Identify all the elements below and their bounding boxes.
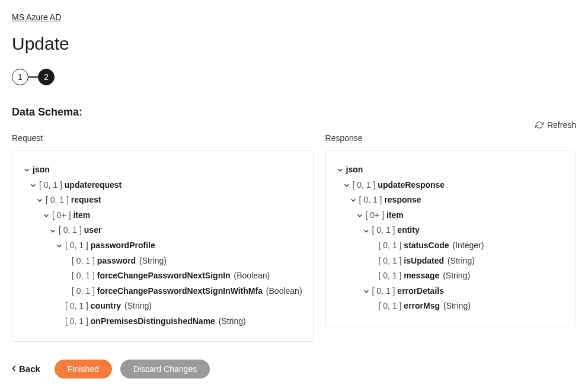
finished-button[interactable]: Finished <box>55 360 112 379</box>
refresh-label: Refresh <box>547 120 576 130</box>
step-connector <box>28 76 38 78</box>
step-1[interactable]: 1 <box>12 69 28 85</box>
node-type: (Integer) <box>452 241 484 250</box>
node-name: onPremisesDistinguishedName <box>91 316 215 326</box>
cardinality-label: [ 0, 1 ] <box>372 225 398 235</box>
back-button[interactable]: Back <box>12 364 40 374</box>
tree-node[interactable]: [ 0, 1 ] country (String) <box>23 299 302 314</box>
cardinality-label: [ 0, 1 ] <box>65 241 91 250</box>
chevron-down-icon[interactable] <box>356 212 363 219</box>
node-type: (String) <box>139 256 167 265</box>
node-name: user <box>84 225 102 235</box>
section-title: Data Schema: <box>12 106 576 118</box>
step-2[interactable]: 2 <box>38 69 55 85</box>
node-type: (String) <box>448 256 475 265</box>
tree-node[interactable]: [ 0, 1 ] entity <box>337 223 565 238</box>
node-name: updaterequest <box>65 180 122 190</box>
node-name: country <box>91 301 121 310</box>
cardinality-label: [ 0+ ] <box>52 210 73 220</box>
tree-node[interactable]: [ 0, 1 ] passwordProfile <box>23 238 302 254</box>
tree-node[interactable]: [ 0, 1 ] forceChangePasswordNextSignIn (… <box>23 268 302 284</box>
tree-node[interactable]: [ 0, 1 ] statusCode (Integer) <box>337 238 565 254</box>
cardinality-label: [ 0, 1 ] <box>379 301 404 310</box>
request-column: Request json[ 0, 1 ] updaterequest[ 0, 1… <box>12 133 314 342</box>
node-name: json <box>33 165 50 174</box>
node-name: forceChangePasswordNextSignIn <box>97 271 231 280</box>
stepper: 1 2 <box>12 69 576 85</box>
node-type: (String) <box>443 271 470 280</box>
node-name: forceChangePasswordNextSignInWithMfa <box>97 286 263 296</box>
chevron-down-icon[interactable] <box>30 182 37 189</box>
node-type: (String) <box>124 301 152 310</box>
chevron-down-icon[interactable] <box>23 166 30 174</box>
chevron-down-icon[interactable] <box>49 227 56 235</box>
response-column: Response json[ 0, 1 ] updateResponse[ 0,… <box>325 133 576 342</box>
cardinality-label: [ 0, 1 ] <box>39 180 65 190</box>
node-name: password <box>97 256 136 265</box>
node-name: isUpdated <box>404 256 444 265</box>
chevron-down-icon[interactable] <box>363 227 370 235</box>
cardinality-label: [ 0, 1 ] <box>353 180 378 190</box>
tree-node[interactable]: [ 0, 1 ] password (String) <box>23 254 302 269</box>
node-type: (Boolean) <box>234 271 270 280</box>
tree-node[interactable]: [ 0, 1 ] isUpdated (String) <box>337 254 565 269</box>
breadcrumb-link[interactable]: MS Azure AD <box>12 12 61 22</box>
refresh-icon <box>535 121 544 129</box>
chevron-down-icon[interactable] <box>56 242 63 249</box>
cardinality-label: [ 0, 1 ] <box>46 195 71 204</box>
tree-node[interactable]: [ 0+ ] item <box>337 208 565 223</box>
node-name: statusCode <box>404 241 449 250</box>
chevron-down-icon[interactable] <box>43 212 50 219</box>
node-name: json <box>346 165 363 174</box>
chevron-down-icon[interactable] <box>343 182 350 189</box>
cardinality-label: [ 0, 1 ] <box>379 241 404 250</box>
cardinality-label: [ 0, 1 ] <box>72 271 97 280</box>
node-name: request <box>71 195 101 204</box>
node-type: (Boolean) <box>266 286 302 296</box>
tree-node[interactable]: [ 0, 1 ] updateResponse <box>337 178 565 193</box>
cardinality-label: [ 0, 1 ] <box>72 286 97 296</box>
tree-node[interactable]: [ 0, 1 ] errorDetails <box>337 284 565 299</box>
tree-node[interactable]: [ 0, 1 ] updaterequest <box>23 178 302 193</box>
request-label: Request <box>12 133 314 143</box>
node-name: item <box>73 210 90 220</box>
node-type: (String) <box>219 316 246 326</box>
cardinality-label: [ 0, 1 ] <box>379 256 404 265</box>
response-label: Response <box>325 133 576 143</box>
chevron-down-icon[interactable] <box>337 166 344 174</box>
tree-node[interactable]: [ 0, 1 ] message (String) <box>337 268 565 284</box>
tree-node[interactable]: json <box>23 162 302 178</box>
tree-node[interactable]: [ 0, 1 ] onPremisesDistinguishedName (St… <box>23 314 302 329</box>
cardinality-label: [ 0, 1 ] <box>359 195 385 204</box>
schema-container: Refresh Request json[ 0, 1 ] updatereque… <box>12 133 576 342</box>
chevron-down-icon[interactable] <box>363 288 370 295</box>
node-name: updateResponse <box>378 180 445 190</box>
refresh-button[interactable]: Refresh <box>535 120 576 130</box>
discard-button[interactable]: Discard Changes <box>120 360 210 379</box>
tree-node[interactable]: [ 0, 1 ] response <box>337 193 565 208</box>
tree-node[interactable]: [ 0, 1 ] forceChangePasswordNextSignInWi… <box>23 284 302 299</box>
cardinality-label: [ 0, 1 ] <box>59 225 84 235</box>
cardinality-label: [ 0, 1 ] <box>65 316 91 326</box>
cardinality-label: [ 0, 1 ] <box>65 301 91 310</box>
chevron-down-icon[interactable] <box>36 197 43 204</box>
page-title: Update <box>12 34 576 54</box>
tree-node[interactable]: [ 0, 1 ] errorMsg (String) <box>337 299 565 314</box>
tree-node[interactable]: [ 0+ ] item <box>23 208 302 223</box>
node-name: response <box>384 195 421 204</box>
tree-node[interactable]: [ 0, 1 ] user <box>23 223 302 238</box>
tree-node[interactable]: [ 0, 1 ] request <box>23 193 302 208</box>
chevron-left-icon <box>12 365 17 373</box>
node-name: item <box>386 210 404 220</box>
chevron-down-icon[interactable] <box>350 197 357 204</box>
node-name: errorDetails <box>397 286 444 296</box>
cardinality-label: [ 0, 1 ] <box>372 286 398 296</box>
tree-node[interactable]: json <box>337 162 565 178</box>
node-name: message <box>404 271 439 280</box>
node-name: passwordProfile <box>91 241 155 250</box>
footer: Back Finished Discard Changes <box>12 360 576 379</box>
request-tree: json[ 0, 1 ] updaterequest[ 0, 1 ] reque… <box>12 150 314 342</box>
node-name: entity <box>397 225 419 235</box>
cardinality-label: [ 0+ ] <box>366 210 386 220</box>
back-label: Back <box>19 364 40 374</box>
